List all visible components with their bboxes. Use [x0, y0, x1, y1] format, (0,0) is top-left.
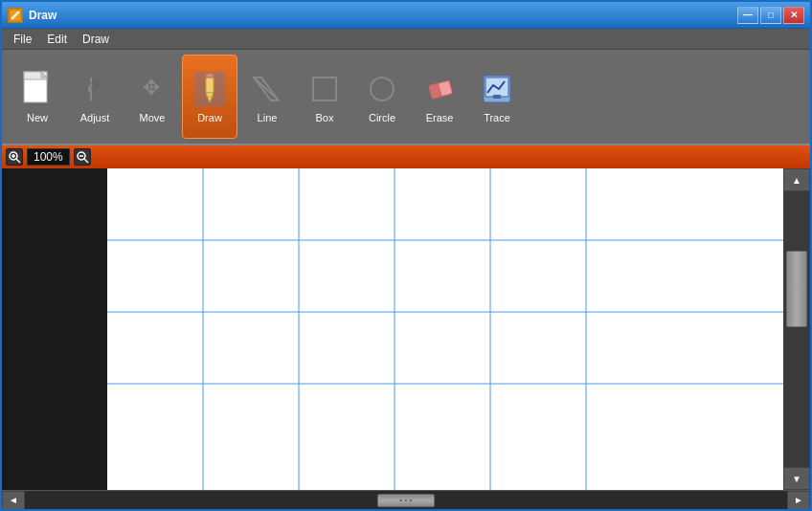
scroll-up-button[interactable]: ▲ [783, 168, 810, 191]
tool-new-label: New [27, 112, 48, 123]
right-scrollbar: ▲ ··· ▼ [783, 168, 810, 490]
close-button[interactable]: ✕ [783, 7, 804, 24]
title-bar: Draw — □ ✕ [2, 2, 810, 29]
menu-bar: File Edit Draw [2, 29, 810, 50]
zoom-out-button[interactable] [74, 148, 91, 166]
grid-svg [107, 168, 783, 490]
draw-icon [191, 70, 229, 108]
tool-adjust[interactable]: ☞ Adjust [67, 55, 123, 139]
title-bar-left: Draw [8, 8, 56, 23]
tool-box[interactable]: Box [297, 55, 352, 139]
toolbar: New ☞ Adjust ✥ Move [2, 50, 810, 145]
maximize-button[interactable]: □ [760, 7, 781, 24]
tool-adjust-label: Adjust [80, 112, 110, 123]
minimize-button[interactable]: — [737, 7, 758, 24]
tool-erase[interactable]: Erase [412, 55, 467, 139]
trace-icon [478, 70, 516, 108]
scrollbar-thumb-v[interactable]: ··· [786, 251, 807, 327]
circle-icon [363, 70, 401, 108]
app-title: Draw [29, 9, 56, 22]
scroll-down-button[interactable]: ▼ [783, 467, 810, 490]
svg-rect-20 [493, 95, 501, 99]
h-scroll-dots: • • • [400, 496, 413, 504]
app-window: Draw — □ ✕ File Edit Draw New [0, 0, 812, 511]
zoom-value: 100% [27, 148, 70, 166]
menu-edit[interactable]: Edit [39, 31, 75, 48]
tool-draw[interactable]: Draw [182, 55, 237, 139]
tool-move-label: Move [140, 112, 166, 123]
scrollbar-thumb-h[interactable]: • • • [377, 494, 435, 507]
title-controls: — □ ✕ [737, 7, 804, 24]
scrollbar-track-v[interactable]: ··· [783, 191, 810, 467]
move-icon: ✥ [133, 70, 171, 108]
svg-text:✥: ✥ [143, 76, 160, 100]
canvas-row: ▲ ··· ▼ [2, 168, 810, 490]
svg-point-15 [371, 78, 394, 100]
scrollbar-track-h[interactable]: • • • [25, 491, 787, 509]
tool-erase-label: Erase [426, 112, 454, 123]
box-icon [305, 70, 344, 108]
drawing-canvas[interactable] [107, 168, 783, 490]
app-icon [8, 8, 23, 23]
tool-line[interactable]: Line [239, 55, 295, 139]
scroll-right-button[interactable]: ► [787, 491, 810, 510]
svg-rect-11 [206, 74, 214, 78]
adjust-icon: ☞ [76, 70, 114, 108]
main-area: 100% [2, 145, 810, 509]
scrollbar-dots: ··· [794, 286, 799, 292]
erase-icon [420, 70, 459, 108]
tool-draw-label: Draw [197, 112, 222, 123]
tool-move[interactable]: ✥ Move [124, 55, 180, 139]
tool-box-label: Box [316, 112, 334, 123]
tool-new[interactable]: New [10, 55, 65, 139]
zoom-in-button[interactable] [6, 148, 23, 166]
svg-text:☞: ☞ [89, 78, 102, 94]
tool-circle-label: Circle [369, 112, 395, 123]
tool-circle[interactable]: Circle [354, 55, 410, 139]
menu-draw[interactable]: Draw [75, 31, 117, 48]
menu-file[interactable]: File [6, 31, 39, 48]
svg-line-22 [16, 159, 20, 163]
tool-trace-label: Trace [484, 112, 510, 123]
new-icon [18, 70, 56, 108]
tool-trace[interactable]: Trace [469, 55, 525, 139]
svg-line-26 [84, 159, 88, 163]
left-panel [2, 168, 107, 490]
line-icon [248, 70, 286, 108]
scroll-left-button[interactable]: ◄ [2, 491, 25, 510]
bottom-scrollbar: ◄ • • • ► [2, 490, 810, 509]
zoom-bar: 100% [2, 145, 810, 168]
tool-line-label: Line [258, 112, 278, 123]
svg-rect-14 [313, 78, 336, 100]
